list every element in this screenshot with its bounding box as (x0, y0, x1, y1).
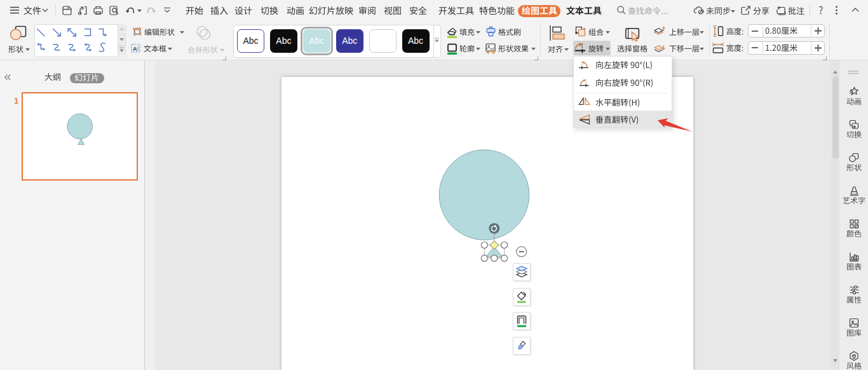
svg-text:A: A (133, 46, 137, 52)
